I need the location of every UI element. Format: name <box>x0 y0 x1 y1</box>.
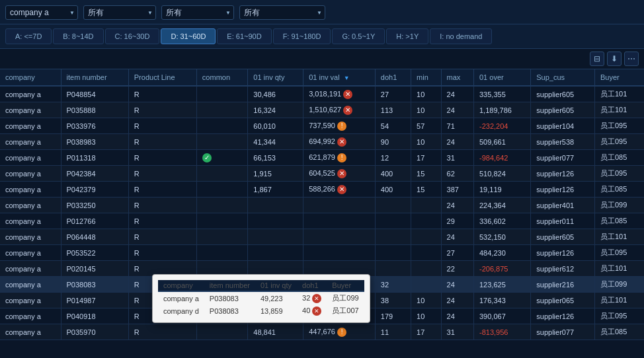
cell-min: 17 <box>411 150 441 166</box>
cell-inv-val: 621,879 ! <box>303 150 376 166</box>
more-icon[interactable]: ⋯ <box>624 52 639 66</box>
cell-product-line: R <box>128 197 196 213</box>
cell-inv-qty: 1,867 <box>248 182 303 197</box>
cell-common <box>196 324 247 340</box>
tab-G[interactable]: G: 0.5~1Y <box>332 28 385 44</box>
cell-item: P038983 <box>61 134 128 150</box>
cell-over: 336,602 <box>473 213 530 229</box>
table-row[interactable]: company a P033250 R 24 224,364 supplier4… <box>0 197 644 213</box>
cell-product-line: R <box>128 213 196 229</box>
cell-company: company a <box>0 150 61 166</box>
col-max[interactable]: max <box>441 69 473 86</box>
col-common[interactable]: common <box>196 69 247 86</box>
col-min[interactable]: min <box>411 69 441 86</box>
tooltip-cell-item: P038083 <box>204 291 255 304</box>
tooltip-status-icon: ✕ <box>312 306 321 316</box>
cell-company: company a <box>0 277 61 293</box>
col-item-number[interactable]: item number <box>61 69 128 86</box>
tab-H[interactable]: H: >1Y <box>386 28 428 44</box>
cell-over: 224,364 <box>473 197 530 213</box>
table-row[interactable]: company a P012766 R 29 336,602 supplier0… <box>0 213 644 229</box>
cell-sup: supplier612 <box>531 261 595 277</box>
cell-over: 1,189,786 <box>473 102 530 118</box>
cell-inv-val <box>303 213 376 229</box>
cell-company: company a <box>0 308 61 324</box>
col-inv-val[interactable]: 01 inv val ▼ <box>303 69 376 86</box>
col-company[interactable]: company <box>0 69 61 86</box>
tab-I[interactable]: I: no demand <box>430 28 492 44</box>
company-select-wrapper: company a <box>5 5 78 20</box>
tooltip-cell-company: company a <box>158 291 204 304</box>
part-number-select[interactable]: 所有 <box>83 5 156 20</box>
status-icon-warning: ! <box>337 153 346 162</box>
cell-inv-val: 737,590 ! <box>303 118 376 134</box>
table-row[interactable]: company a P042379 R 1,867 588,266 ✕ 400 … <box>0 182 644 197</box>
cell-doh1 <box>375 261 411 277</box>
table-row[interactable]: company a P033976 R 60,010 737,590 ! 54 … <box>0 118 644 134</box>
cell-buyer: 员工085 <box>594 324 644 340</box>
col-01-over[interactable]: 01 over <box>473 69 530 86</box>
cell-inv-val: 604,525 ✕ <box>303 166 376 182</box>
table-row[interactable]: company a P064448 R 24 532,150 supplier6… <box>0 229 644 245</box>
col-inv-qty[interactable]: 01 inv qty <box>248 69 303 86</box>
product-line-select-wrapper: 所有 <box>239 5 325 20</box>
tab-A[interactable]: A: <=7D <box>5 28 52 44</box>
cell-product-line: R <box>128 166 196 182</box>
table-row[interactable]: company a P048854 R 30,486 3,018,191 ✕ 2… <box>0 86 644 102</box>
company-select[interactable]: company a <box>5 5 78 20</box>
cell-inv-qty <box>248 197 303 213</box>
table-row[interactable]: company a P038983 R 41,344 694,992 ✕ 90 … <box>0 134 644 150</box>
tooltip-cell-item: P038083 <box>204 304 255 317</box>
filter-icon[interactable]: ⊟ <box>590 52 604 66</box>
cell-buyer: 员工095 <box>594 166 644 182</box>
table-row[interactable]: company a P053522 R 27 484,230 supplier1… <box>0 245 644 261</box>
cell-sup: supplier065 <box>531 293 595 308</box>
buyer-select[interactable]: 所有 <box>161 5 234 20</box>
cell-inv-val <box>303 245 376 261</box>
cell-product-line: R <box>128 324 196 340</box>
cell-product-line: R <box>128 182 196 197</box>
cell-sup: supplier605 <box>531 86 595 102</box>
cell-doh1 <box>375 197 411 213</box>
cell-buyer: 员工101 <box>594 86 644 102</box>
cell-company: company a <box>0 293 61 308</box>
cell-doh1 <box>375 213 411 229</box>
tab-C[interactable]: C: 16~30D <box>105 28 160 44</box>
cell-sup: supplier538 <box>531 134 595 150</box>
cell-over: 19,119 <box>473 182 530 197</box>
tab-B[interactable]: B: 8~14D <box>53 28 103 44</box>
cell-doh1: 113 <box>375 102 411 118</box>
cell-buyer: 员工101 <box>594 102 644 118</box>
download-icon[interactable]: ⬇ <box>607 52 622 66</box>
cell-inv-qty <box>248 229 303 245</box>
cell-sup: supplier216 <box>531 277 595 293</box>
tooltip-cell-doh1: 40 ✕ <box>297 304 327 317</box>
cell-inv-val: 694,992 ✕ <box>303 134 376 150</box>
table-row[interactable]: company a P042384 R 1,915 604,525 ✕ 400 … <box>0 166 644 182</box>
cell-inv-qty: 41,344 <box>248 134 303 150</box>
cell-buyer: 员工101 <box>594 261 644 277</box>
sort-indicator: ▼ <box>344 75 350 81</box>
table-row[interactable]: company a P035970 R 48,841 447,676 ! 11 … <box>0 324 644 340</box>
cell-doh1: 179 <box>375 308 411 324</box>
cell-inv-qty: 60,010 <box>248 118 303 134</box>
table-row[interactable]: company a P035888 R 16,324 1,510,627 ✕ 1… <box>0 102 644 118</box>
cell-max: 24 <box>441 197 473 213</box>
cell-doh1: 38 <box>375 293 411 308</box>
table-row[interactable]: company a P011318 R ✓ 66,153 621,879 ! 1… <box>0 150 644 166</box>
product-line-select[interactable]: 所有 <box>239 5 325 20</box>
tab-D[interactable]: D: 31~60D <box>161 28 216 44</box>
cell-max: 24 <box>441 102 473 118</box>
tab-F[interactable]: F: 91~180D <box>273 28 331 44</box>
cell-company: company a <box>0 182 61 197</box>
col-buyer[interactable]: Buyer <box>594 69 644 86</box>
cell-inv-qty <box>248 245 303 261</box>
cell-inv-val <box>303 197 376 213</box>
col-product-line[interactable]: Product Line <box>128 69 196 86</box>
cell-max: 24 <box>441 229 473 245</box>
tab-E[interactable]: E: 61~90D <box>217 28 271 44</box>
col-sup-cus[interactable]: Sup_cus <box>531 69 595 86</box>
col-doh1[interactable]: doh1 <box>375 69 411 86</box>
cell-over: 176,343 <box>473 293 530 308</box>
common-ok-icon: ✓ <box>202 153 212 162</box>
